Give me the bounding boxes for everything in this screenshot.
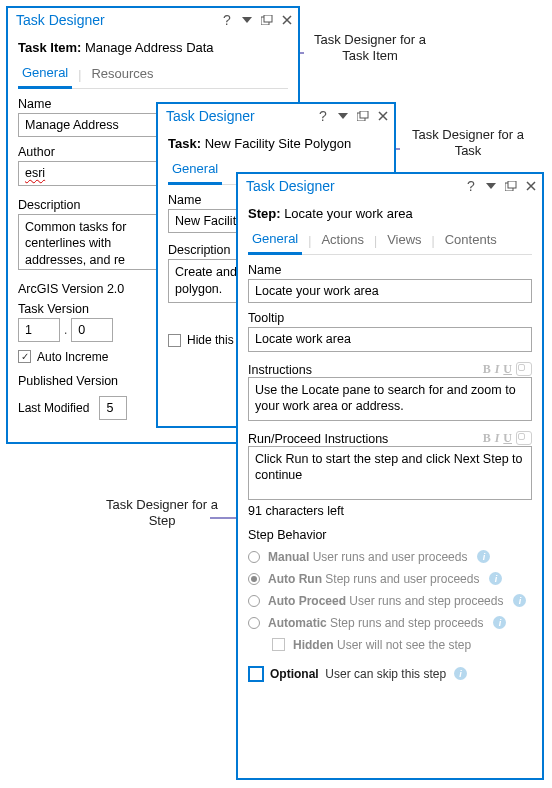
svg-rect-11 [508, 181, 516, 188]
checkbox-icon [272, 638, 285, 651]
window-title: Task Designer [16, 12, 220, 28]
radio-manual[interactable]: Manual User runs and user proceeds i [248, 550, 532, 564]
help-icon[interactable] [220, 13, 234, 27]
radio-icon[interactable] [248, 573, 260, 585]
annotation-task: Task Designer for a Task [398, 127, 538, 160]
menu-dropdown-icon[interactable] [336, 109, 350, 123]
radio-automatic[interactable]: Automatic Step runs and step proceeds i [248, 616, 532, 630]
bold-icon[interactable]: B [483, 431, 491, 446]
tab-strip: General | Actions | Views | Contents [248, 227, 532, 255]
optional-row[interactable]: Optional User can skip this step i [248, 666, 532, 682]
last-modified-input[interactable] [99, 396, 127, 420]
underline-icon[interactable]: U [503, 362, 512, 377]
window-controls [220, 13, 294, 27]
checkbox-icon[interactable] [248, 666, 264, 682]
tab-general[interactable]: General [248, 227, 302, 255]
menu-dropdown-icon[interactable] [240, 13, 254, 27]
auto-increment-label: Auto Increme [37, 350, 108, 364]
bold-icon[interactable]: B [483, 362, 491, 377]
task-version-major-input[interactable] [18, 318, 60, 342]
instructions-label: Instructions [248, 363, 312, 377]
rich-text-toolbar: B I U [483, 362, 532, 377]
restore-icon[interactable] [356, 109, 370, 123]
restore-icon[interactable] [504, 179, 518, 193]
window-controls [464, 179, 538, 193]
menu-dropdown-icon[interactable] [484, 179, 498, 193]
radio-icon[interactable] [248, 551, 260, 563]
breadcrumb: Step: Locate your work area [248, 206, 532, 221]
tooltip-input[interactable] [248, 327, 532, 351]
radio-icon[interactable] [248, 617, 260, 629]
last-modified-label: Last Modified [18, 401, 89, 415]
close-icon[interactable] [524, 179, 538, 193]
titlebar[interactable]: Task Designer [158, 104, 394, 128]
name-label: Name [248, 263, 532, 277]
titlebar[interactable]: Task Designer [8, 8, 298, 32]
annotation-task-item: Task Designer for a Task Item [300, 32, 440, 65]
tooltip-label: Tooltip [248, 311, 532, 325]
help-icon[interactable] [316, 109, 330, 123]
restore-icon[interactable] [260, 13, 274, 27]
instructions-input[interactable]: Use the Locate pane to search for and zo… [248, 377, 532, 421]
underline-icon[interactable]: U [503, 431, 512, 446]
info-icon[interactable]: i [493, 616, 506, 629]
breadcrumb: Task Item: Manage Address Data [18, 40, 288, 55]
checkbox-icon[interactable] [168, 334, 181, 347]
tab-separator: | [72, 68, 87, 82]
italic-icon[interactable]: I [495, 431, 500, 446]
chars-left: 91 characters left [248, 504, 532, 518]
svg-rect-7 [264, 15, 272, 22]
rich-text-toolbar: B I U [483, 431, 532, 446]
hidden-row: Hidden User will not see the step [272, 638, 532, 652]
info-icon[interactable]: i [489, 572, 502, 585]
run-proceed-label: Run/Proceed Instructions [248, 432, 388, 446]
italic-icon[interactable]: I [495, 362, 500, 377]
window-title: Task Designer [166, 108, 316, 124]
radio-icon[interactable] [248, 595, 260, 607]
info-icon[interactable]: i [454, 667, 467, 680]
task-version-minor-input[interactable] [71, 318, 113, 342]
tab-actions[interactable]: Actions [317, 228, 368, 253]
tab-general[interactable]: General [18, 61, 72, 89]
link-icon[interactable] [516, 362, 532, 376]
annotation-step: Task Designer for a Step [92, 497, 232, 530]
window-controls [316, 109, 390, 123]
tab-strip: General | Resources [18, 61, 288, 89]
radio-auto-proceed[interactable]: Auto Proceed User runs and step proceeds… [248, 594, 532, 608]
help-icon[interactable] [464, 179, 478, 193]
info-icon[interactable]: i [513, 594, 526, 607]
svg-rect-9 [360, 111, 368, 118]
close-icon[interactable] [376, 109, 390, 123]
name-input[interactable] [248, 279, 532, 303]
tab-contents[interactable]: Contents [441, 228, 501, 253]
step-behavior-label: Step Behavior [248, 528, 532, 542]
info-icon[interactable]: i [477, 550, 490, 563]
run-proceed-input[interactable]: Click Run to start the step and click Ne… [248, 446, 532, 500]
window-title: Task Designer [246, 178, 464, 194]
close-icon[interactable] [280, 13, 294, 27]
tab-views[interactable]: Views [383, 228, 425, 253]
checkbox-icon[interactable]: ✓ [18, 350, 31, 363]
radio-auto-run[interactable]: Auto Run Step runs and user proceeds i [248, 572, 532, 586]
tab-resources[interactable]: Resources [87, 62, 157, 87]
breadcrumb: Task: New Facility Site Polygon [168, 136, 384, 151]
window-step: Task Designer Step: Locate your work are… [236, 172, 544, 780]
tab-general[interactable]: General [168, 157, 222, 185]
version-dot: . [64, 323, 67, 337]
link-icon[interactable] [516, 431, 532, 445]
titlebar[interactable]: Task Designer [238, 174, 542, 198]
